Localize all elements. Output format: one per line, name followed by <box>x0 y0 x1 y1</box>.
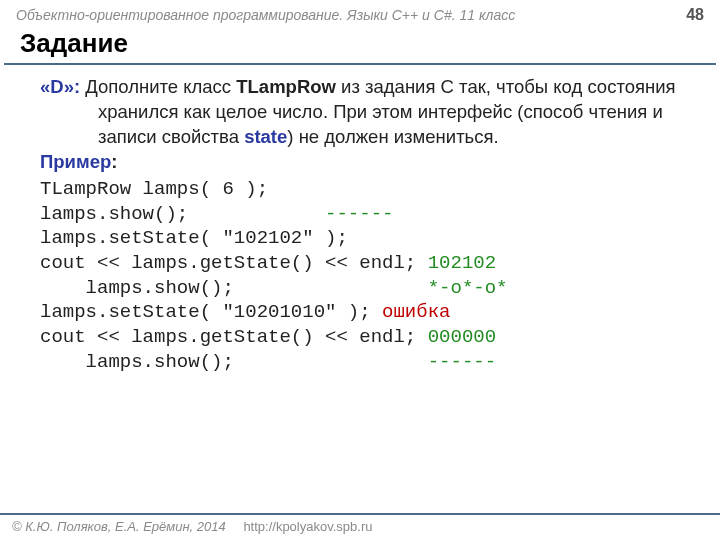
header-bar: Объектно-ориентированное программировани… <box>0 0 720 26</box>
example-label-row: Пример: <box>40 150 696 175</box>
task-text-1: Дополните класс <box>80 76 236 97</box>
subject-text: Объектно-ориентированное программировани… <box>16 7 515 23</box>
code-out-7: 000000 <box>428 326 496 348</box>
footer: © К.Ю. Поляков, Е.А. Ерёмин, 2014 http:/… <box>0 513 720 536</box>
task-text-3: ) не должен измениться. <box>287 126 498 147</box>
code-out-8: ------ <box>428 351 496 373</box>
code-line-2: lamps.show(); <box>40 203 325 225</box>
task-paragraph: «D»: Дополните класс TLampRow из задания… <box>40 75 696 150</box>
code-line-8: lamps.show(); <box>40 351 428 373</box>
code-line-6: lamps.setState( "10201010" ); <box>40 301 382 323</box>
code-line-1: TLampRow lamps( 6 ); <box>40 178 268 200</box>
page-number: 48 <box>686 6 704 24</box>
code-out-4: 102102 <box>428 252 496 274</box>
code-err-6: ошибка <box>382 301 450 323</box>
code-out-5: *-o*-o* <box>428 277 508 299</box>
example-label: Пример <box>40 151 111 172</box>
code-line-7: cout << lamps.getState() << endl; <box>40 326 428 348</box>
task-label: «D»: <box>40 76 80 97</box>
task-classname: TLampRow <box>236 76 336 97</box>
code-line-4: cout << lamps.getState() << endl; <box>40 252 428 274</box>
code-line-3: lamps.setState( "102102" ); <box>40 227 348 249</box>
content: «D»: Дополните класс TLampRow из задания… <box>0 65 720 374</box>
page-title: Задание <box>4 26 716 65</box>
footer-url: http://kpolyakov.spb.ru <box>243 519 372 534</box>
footer-copyright: © К.Ю. Поляков, Е.А. Ерёмин, 2014 <box>12 519 226 534</box>
task-state-word: state <box>244 126 287 147</box>
code-line-5: lamps.show(); <box>40 277 428 299</box>
code-out-2: ------ <box>325 203 393 225</box>
code-block: TLampRow lamps( 6 ); lamps.show(); -----… <box>40 177 696 375</box>
